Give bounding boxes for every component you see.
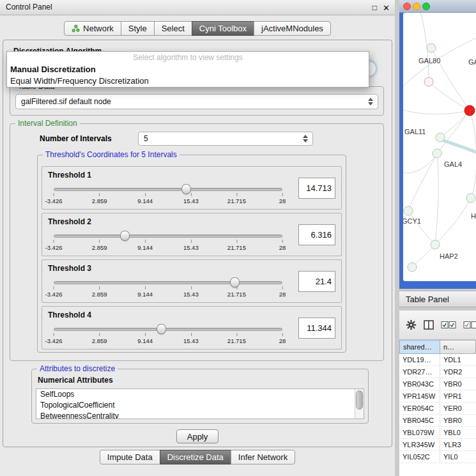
threshold-label: Threshold 4	[48, 311, 91, 319]
combo-stepper-icon[interactable]	[303, 132, 309, 145]
tick-label: 21.715	[227, 244, 246, 251]
dropdown-option-manual-discretization[interactable]: Manual Discretization	[7, 64, 369, 75]
network-node[interactable]	[404, 206, 413, 215]
network-node-selected[interactable]	[464, 105, 475, 116]
attribute-list-item[interactable]: SelfLoops	[36, 389, 364, 400]
slider-thumb[interactable]	[181, 184, 191, 194]
network-edge	[408, 211, 435, 245]
threshold-panel-3: Threshold 3-3.4262.8599.14415.4321.71528	[42, 259, 342, 303]
column-header-0[interactable]: shared…	[399, 340, 440, 354]
slider-tick-labels: -3.4262.8599.14415.4321.71528	[54, 244, 282, 252]
tab-label: jActiveMNodules	[261, 24, 323, 33]
interval-definition-group: Interval Definition Number of Intervals …	[10, 123, 384, 361]
tab-select[interactable]: Select	[154, 21, 192, 36]
table-row[interactable]: YIL052CYIL0	[399, 451, 476, 463]
tab-jactivemnodules[interactable]: jActiveMNodules	[254, 21, 331, 36]
column-header-1[interactable]: n…	[440, 340, 476, 354]
table-toolbar	[399, 311, 476, 340]
tick-label: 28	[279, 337, 286, 344]
threshold-slider[interactable]	[54, 230, 282, 242]
table-row[interactable]: YBR045CYBR0	[399, 415, 476, 427]
number-of-intervals-combobox[interactable]: 5	[138, 132, 313, 146]
float-window-icon[interactable]: □	[372, 1, 377, 15]
slider-thumb[interactable]	[157, 324, 166, 334]
threshold-label: Threshold 3	[48, 264, 91, 273]
slider-track[interactable]	[54, 234, 282, 238]
dropdown-hint: Select algorithm to view settings	[7, 52, 369, 64]
table-panel-titlebar: Table Panel	[399, 291, 476, 307]
table-row[interactable]: YBR043CYBR0	[399, 378, 476, 390]
control-panel-title: Control Panel	[6, 3, 52, 12]
minimize-traffic-light[interactable]	[413, 3, 420, 10]
slider-thumb[interactable]	[120, 231, 130, 241]
network-node[interactable]	[427, 43, 436, 52]
tick-label: 2.859	[92, 337, 107, 344]
column-chooser-icon[interactable]	[424, 320, 434, 330]
table-panel-title: Table Panel	[406, 295, 449, 304]
table-row[interactable]: YPR145WYPR1	[399, 390, 476, 403]
table-row[interactable]: YER054CYER0	[399, 403, 476, 415]
network-canvas[interactable]: GAL80GAGAL11GAL4HGCY1HAP2	[403, 13, 476, 281]
tick-label: 15.43	[183, 337, 199, 344]
table-row[interactable]: YBL079WYBL0	[399, 427, 476, 439]
thresholds-group-label: Threshold's Coordinates for 5 Intervals	[43, 150, 180, 159]
table-data-combobox[interactable]: galFiltered.sif default node	[15, 94, 378, 109]
tab-label: Discretize Data	[167, 452, 224, 462]
slider-track[interactable]	[54, 188, 282, 191]
combo-stepper-icon[interactable]	[368, 95, 374, 109]
table-cell: YBR0	[440, 415, 476, 426]
network-node[interactable]	[436, 133, 445, 142]
close-traffic-light[interactable]	[403, 3, 411, 10]
number-of-intervals-value: 5	[144, 134, 300, 143]
attribute-list-item[interactable]: TopologicalCoefficient	[36, 400, 364, 411]
table-row[interactable]: YDR27…YDR2	[399, 366, 476, 378]
tick-label: 28	[279, 244, 286, 251]
dropdown-option-equal-width-frequency[interactable]: Equal Width/Frequency Discretization	[7, 75, 369, 87]
interval-definition-group-label: Interval Definition	[15, 119, 80, 128]
tab-style[interactable]: Style	[121, 21, 155, 36]
select-all-checkboxes-icon[interactable]	[441, 321, 456, 329]
tab-cyni-toolbox[interactable]: Cyni Toolbox	[192, 21, 254, 36]
bottom-tab-impute-data[interactable]: Impute Data	[100, 450, 160, 464]
threshold-label: Threshold 2	[48, 217, 91, 226]
threshold-value-input[interactable]	[298, 224, 335, 245]
network-edge	[440, 111, 470, 137]
network-node[interactable]	[424, 77, 433, 86]
table-row[interactable]: YLR345WYLR3	[399, 439, 476, 451]
network-edge	[412, 245, 435, 267]
threshold-value-input[interactable]	[298, 178, 335, 199]
bottom-tab-infer-network[interactable]: Infer Network	[231, 450, 295, 464]
attributes-group-label: Attributes to discretize	[37, 364, 118, 373]
tick-label: 9.144	[137, 291, 153, 298]
network-node[interactable]	[431, 240, 440, 249]
threshold-slider[interactable]	[54, 277, 282, 288]
table-cell: YIL052C	[399, 451, 440, 463]
settings-gear-icon[interactable]	[406, 319, 417, 330]
list-scrollbar[interactable]	[355, 389, 364, 418]
threshold-value-input[interactable]	[298, 271, 335, 292]
slider-track[interactable]	[54, 281, 282, 284]
table-row[interactable]: YDL19…YDL1	[399, 354, 476, 366]
threshold-slider[interactable]	[54, 183, 282, 195]
slider-thumb[interactable]	[230, 277, 240, 288]
table-cell: YLR345W	[399, 439, 440, 450]
zoom-traffic-light[interactable]	[422, 3, 430, 10]
cyni-toolbox-panel: Discretization Algorithm Table Data galF…	[3, 40, 392, 447]
slider-track[interactable]	[54, 328, 282, 331]
network-edge-bundle	[440, 139, 476, 153]
unselect-checkboxes-icon[interactable]	[463, 321, 476, 329]
attribute-list-item[interactable]: BetweennessCentrality	[36, 411, 364, 419]
threshold-panel-4: Threshold 4-3.4262.8599.14415.4321.71528	[42, 306, 342, 349]
apply-button[interactable]: Apply	[176, 429, 219, 443]
threshold-value-input[interactable]	[298, 318, 335, 339]
bottom-tab-discretize-data[interactable]: Discretize Data	[160, 450, 231, 464]
network-node[interactable]	[466, 194, 475, 203]
close-icon[interactable]: ✕	[383, 1, 390, 15]
table-cell: YDR2	[440, 366, 476, 378]
tick-label: 9.144	[137, 197, 153, 204]
scrollbar-thumb[interactable]	[356, 390, 363, 410]
network-node[interactable]	[408, 263, 417, 272]
threshold-slider[interactable]	[54, 323, 282, 335]
network-node[interactable]	[433, 149, 441, 158]
tab-network[interactable]: Network	[64, 21, 121, 36]
